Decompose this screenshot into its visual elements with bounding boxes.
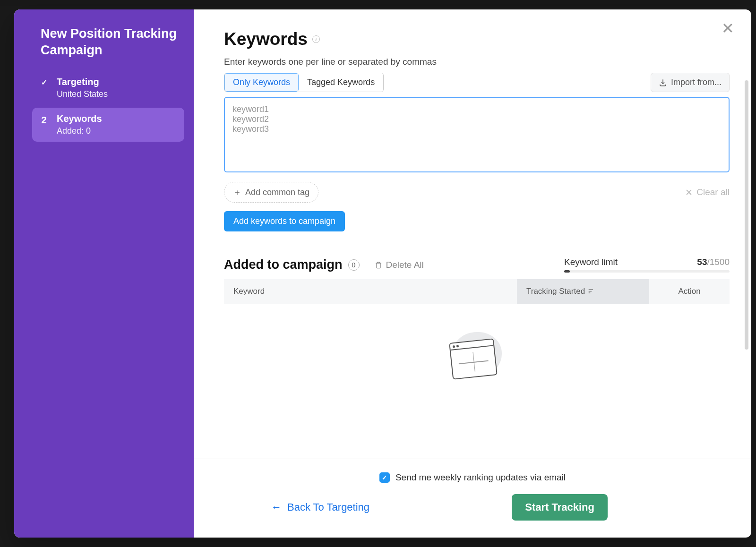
import-button[interactable]: Import from... bbox=[651, 73, 730, 92]
import-label: Import from... bbox=[671, 77, 722, 87]
check-icon bbox=[39, 77, 49, 87]
step-label: Targeting bbox=[57, 77, 178, 87]
modal: New Position Tracking Campaign Targeting… bbox=[14, 9, 751, 538]
plus-icon: ＋ bbox=[233, 187, 241, 198]
email-updates-label: Send me weekly ranking updates via email bbox=[395, 472, 566, 483]
email-updates-checkbox[interactable]: ✓ bbox=[379, 472, 390, 483]
info-icon[interactable]: i bbox=[312, 35, 320, 43]
content-area: Keywords i Enter keywords one per line o… bbox=[194, 9, 751, 459]
close-icon: ✕ bbox=[685, 187, 693, 198]
clear-all-label: Clear all bbox=[696, 187, 730, 197]
col-tracking-started[interactable]: Tracking Started bbox=[517, 279, 649, 304]
keyword-limit: Keyword limit 53/1500 bbox=[564, 257, 730, 273]
main-panel: ✕ Keywords i Enter keywords one per line… bbox=[194, 9, 751, 538]
page-title-text: Keywords bbox=[224, 29, 308, 49]
top-nav bbox=[0, 0, 756, 6]
limit-bar bbox=[564, 270, 730, 273]
page-title: Keywords i bbox=[224, 29, 730, 49]
step-sub: United States bbox=[57, 89, 178, 99]
subtitle: Enter keywords one per line or separated… bbox=[224, 57, 730, 67]
step-label: Keywords bbox=[57, 113, 178, 124]
step-sub: Added: 0 bbox=[57, 126, 178, 136]
col-keyword[interactable]: Keyword bbox=[224, 279, 517, 304]
delete-all-button[interactable]: Delete All bbox=[375, 260, 424, 270]
table-header: Keyword Tracking Started Action bbox=[224, 279, 730, 304]
col-tracking-label: Tracking Started bbox=[526, 287, 585, 296]
tab-only-keywords[interactable]: Only Keywords bbox=[224, 73, 299, 92]
keyword-tabs: Only Keywords Tagged Keywords bbox=[224, 73, 384, 92]
keywords-table: Keyword Tracking Started Action bbox=[224, 279, 730, 304]
trash-icon bbox=[375, 261, 382, 269]
back-label: Back To Targeting bbox=[287, 501, 369, 513]
add-common-tag-button[interactable]: ＋ Add common tag bbox=[224, 182, 318, 203]
limit-label: Keyword limit bbox=[564, 257, 618, 267]
limit-value: 53/1500 bbox=[697, 257, 730, 267]
sidebar-title: New Position Tracking Campaign bbox=[41, 26, 184, 59]
sidebar-step-targeting[interactable]: Targeting United States bbox=[32, 71, 184, 105]
added-title: Added to campaign bbox=[224, 257, 343, 272]
sidebar-step-keywords[interactable]: 2 Keywords Added: 0 bbox=[32, 108, 184, 142]
back-button[interactable]: ← Back To Targeting bbox=[271, 501, 369, 513]
step-number: 2 bbox=[39, 113, 49, 126]
scrollbar[interactable] bbox=[745, 80, 748, 350]
clear-all-button[interactable]: ✕ Clear all bbox=[685, 187, 730, 198]
sort-desc-icon bbox=[588, 288, 594, 295]
added-count-badge: 0 bbox=[348, 259, 360, 271]
sidebar: New Position Tracking Campaign Targeting… bbox=[14, 9, 194, 538]
add-tag-label: Add common tag bbox=[245, 188, 309, 197]
add-keywords-button[interactable]: Add keywords to campaign bbox=[224, 211, 345, 231]
keyword-textarea[interactable] bbox=[224, 97, 730, 172]
delete-all-label: Delete All bbox=[386, 260, 424, 270]
start-tracking-button[interactable]: Start Tracking bbox=[512, 494, 608, 521]
svg-rect-1 bbox=[589, 291, 592, 291]
svg-rect-0 bbox=[589, 289, 593, 290]
col-action: Action bbox=[649, 279, 730, 304]
download-icon bbox=[659, 78, 667, 87]
empty-state-illustration bbox=[224, 304, 730, 379]
footer: ✓ Send me weekly ranking updates via ema… bbox=[194, 459, 751, 538]
tab-tagged-keywords[interactable]: Tagged Keywords bbox=[299, 73, 383, 92]
arrow-left-icon: ← bbox=[271, 501, 282, 513]
svg-rect-2 bbox=[589, 292, 591, 293]
